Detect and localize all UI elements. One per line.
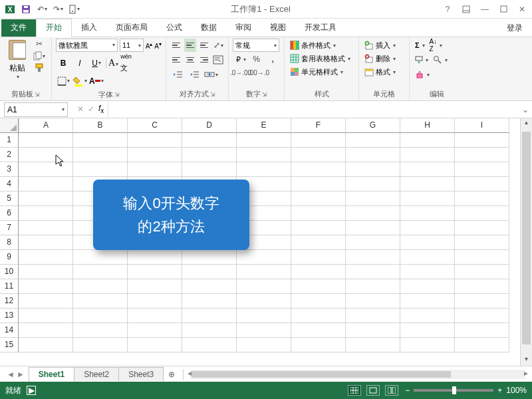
formula-input[interactable] (108, 102, 519, 117)
cell[interactable] (182, 279, 237, 294)
zoom-slider[interactable] (414, 389, 493, 392)
row-header[interactable]: 10 (0, 265, 19, 279)
wrap-text-icon[interactable] (212, 53, 224, 66)
cell[interactable] (400, 177, 455, 192)
cell[interactable] (346, 250, 400, 265)
maximize-icon[interactable] (497, 3, 509, 15)
cell[interactable] (291, 250, 346, 265)
cell[interactable] (19, 192, 73, 206)
cell[interactable] (455, 279, 509, 294)
decrease-indent-icon[interactable] (170, 68, 185, 81)
cell[interactable] (182, 250, 237, 265)
align-right-icon[interactable] (198, 53, 210, 66)
increase-decimal-icon[interactable]: .0→.00 (233, 66, 249, 78)
cell[interactable] (291, 133, 346, 148)
cell[interactable] (400, 338, 455, 352)
cell[interactable] (455, 323, 509, 338)
tab-formulas[interactable]: 公式 (157, 19, 192, 37)
find-select-button[interactable]: ▾ (432, 53, 449, 66)
cell[interactable] (346, 323, 400, 338)
name-box[interactable]: A1▾ (4, 102, 68, 117)
cell[interactable] (237, 323, 291, 338)
cell[interactable] (182, 338, 237, 352)
cell[interactable] (19, 162, 73, 177)
cell[interactable] (73, 279, 128, 294)
normal-view-icon[interactable] (348, 385, 361, 396)
tab-file[interactable]: 文件 (1, 19, 36, 37)
cancel-formula-icon[interactable]: ✕ (77, 104, 84, 114)
cell[interactable] (19, 148, 73, 162)
ribbon-options-icon[interactable] (460, 3, 472, 15)
cell[interactable] (19, 133, 73, 148)
row-header[interactable]: 4 (0, 177, 19, 192)
zoom-out-button[interactable]: − (405, 386, 410, 395)
close-icon[interactable]: ✕ (516, 3, 528, 15)
cell[interactable] (128, 323, 182, 338)
cell[interactable] (400, 221, 455, 235)
cell[interactable] (291, 162, 346, 177)
sort-filter-button[interactable]: A↓Z▾ (428, 39, 444, 52)
row-header[interactable]: 12 (0, 294, 19, 309)
cell[interactable] (19, 221, 73, 235)
fx-icon[interactable]: fx (98, 104, 104, 114)
cell[interactable] (237, 133, 291, 148)
tab-pagelayout[interactable]: 页面布局 (106, 19, 157, 37)
cell[interactable] (291, 192, 346, 206)
align-top-icon[interactable] (170, 39, 182, 52)
number-dialog-icon[interactable]: ⇲ (262, 91, 267, 98)
tab-data[interactable]: 数据 (192, 19, 226, 37)
minimize-icon[interactable]: — (479, 3, 491, 15)
font-superscript-icon[interactable]: wén文 (120, 53, 132, 73)
align-middle-icon[interactable] (184, 39, 196, 52)
row-header[interactable]: 6 (0, 206, 19, 221)
cell[interactable] (237, 162, 291, 177)
delete-cells-button[interactable]: 删除▾ (363, 52, 405, 65)
cell[interactable] (346, 192, 400, 206)
cell[interactable] (291, 338, 346, 352)
border-button[interactable]: ▾ (56, 74, 70, 88)
horizontal-scrollbar[interactable]: ◂▸ (190, 370, 525, 379)
cell[interactable] (128, 148, 182, 162)
cell[interactable] (182, 309, 237, 323)
cell[interactable] (455, 162, 509, 177)
cell[interactable] (237, 294, 291, 309)
cell[interactable] (237, 265, 291, 279)
cell[interactable] (19, 250, 73, 265)
cell[interactable] (346, 221, 400, 235)
number-format-select[interactable]: 常规▾ (233, 39, 279, 52)
paste-button[interactable]: 粘贴 ▾ (4, 39, 31, 80)
zoom-in-button[interactable]: + (497, 386, 502, 395)
cell[interactable] (73, 250, 128, 265)
cell[interactable] (19, 294, 73, 309)
format-cells-button[interactable]: 格式▾ (363, 65, 405, 78)
cell[interactable] (237, 250, 291, 265)
row-header[interactable]: 2 (0, 148, 19, 162)
cell[interactable] (182, 162, 237, 177)
sheet-tab-2[interactable]: Sheet2 (74, 367, 119, 381)
cell-style-button[interactable]: 单元格样式▾ (289, 65, 354, 78)
vertical-scrollbar[interactable]: ▴ ▾ (520, 118, 532, 366)
cell[interactable] (73, 133, 128, 148)
cell[interactable] (182, 265, 237, 279)
insert-cells-button[interactable]: 插入▾ (363, 39, 405, 52)
help-icon[interactable]: ? (442, 3, 454, 15)
row-header[interactable]: 11 (0, 279, 19, 294)
row-header[interactable]: 14 (0, 323, 19, 338)
bold-button[interactable]: B (56, 57, 70, 70)
cell[interactable] (400, 148, 455, 162)
cell[interactable] (455, 177, 509, 192)
fill-button[interactable]: ▾ (414, 53, 430, 66)
cell[interactable] (455, 235, 509, 250)
cell[interactable] (455, 265, 509, 279)
conditional-format-button[interactable]: 条件格式▾ (289, 39, 354, 52)
expand-formula-bar-icon[interactable]: ⌄ (519, 105, 532, 114)
orientation-icon[interactable]: ⤢▾ (212, 39, 224, 52)
cell[interactable] (128, 309, 182, 323)
cell[interactable] (128, 250, 182, 265)
col-header[interactable]: E (237, 118, 291, 133)
cell[interactable] (19, 323, 73, 338)
row-header[interactable]: 5 (0, 192, 19, 206)
sheet-tab-1[interactable]: Sheet1 (29, 367, 74, 382)
col-header[interactable]: C (128, 118, 182, 133)
format-painter-icon[interactable] (33, 63, 45, 73)
